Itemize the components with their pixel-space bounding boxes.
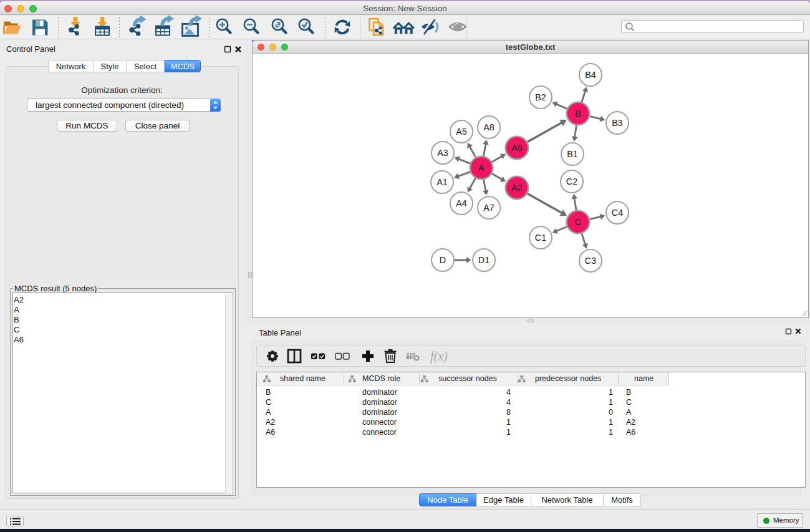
svg-text:B1: B1 [567,149,578,159]
svg-text:D: D [440,255,446,265]
svg-text:A6: A6 [511,143,523,153]
svg-text:A4: A4 [456,198,467,208]
svg-text:C1: C1 [535,233,546,243]
svg-text:A7: A7 [483,203,494,213]
svg-text:f(x): f(x) [430,349,448,364]
svg-text:B3: B3 [612,118,623,128]
svg-text:C2: C2 [566,177,577,186]
svg-text:A5: A5 [456,127,467,137]
svg-text:C3: C3 [585,256,596,266]
svg-text:A: A [478,163,485,173]
svg-text:A2: A2 [511,183,523,193]
svg-text:B: B [575,109,581,118]
svg-text:D1: D1 [478,255,489,265]
svg-text:B4: B4 [585,70,596,80]
svg-text:A8: A8 [483,122,494,132]
svg-text:C4: C4 [612,208,623,218]
svg-text:A1: A1 [436,177,448,187]
svg-text:B2: B2 [535,92,546,102]
svg-text:C: C [575,217,581,227]
svg-text:A3: A3 [437,148,448,158]
